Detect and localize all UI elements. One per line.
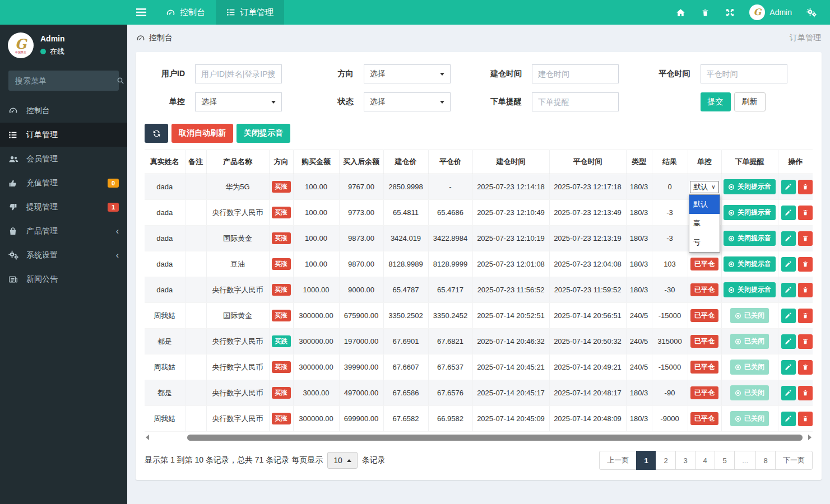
cell-close-time: 2025-07-14 20:48:09 [549, 406, 626, 432]
open-time-input[interactable] [532, 64, 619, 83]
tab-orders[interactable]: 订单管理 [216, 0, 284, 25]
delete-button[interactable] [798, 283, 813, 297]
status-select[interactable]: 选择 [364, 92, 451, 111]
refresh-button[interactable]: 刷新 [734, 92, 766, 111]
fullscreen-button[interactable] [719, 0, 740, 25]
delete-button[interactable] [798, 206, 813, 220]
cell-control: 已平仓 [688, 329, 721, 354]
column-header: 类型 [626, 150, 652, 174]
dropdown-option[interactable]: 默认 [689, 195, 720, 214]
cell-amount: 300000.00 [293, 329, 339, 354]
user-menu[interactable]: G Admin [744, 4, 797, 20]
control-select[interactable]: 默认∨ [690, 181, 718, 193]
page-button[interactable]: 上一页 [599, 451, 637, 470]
edit-button[interactable] [781, 334, 796, 349]
control-filter-select[interactable]: 选择 [195, 92, 282, 111]
delete-button[interactable] [798, 386, 813, 400]
reminder-toggle-button[interactable]: 已关闭 [730, 411, 769, 426]
submit-button[interactable]: 提交 [701, 92, 731, 111]
cancel-auto-refresh-button[interactable]: 取消自动刷新 [171, 124, 233, 143]
page-button[interactable]: 下一页 [775, 451, 813, 470]
reminder-toggle-button[interactable]: 关闭提示音 [724, 282, 776, 297]
logo-text: 中国黄金 [15, 51, 26, 54]
reminder-toggle-button[interactable]: 关闭提示音 [724, 179, 776, 194]
scrollbar-thumb[interactable] [187, 435, 803, 441]
edit-button[interactable] [781, 412, 796, 426]
cell-type: 180/3 [626, 380, 652, 406]
page-button[interactable]: 2 [656, 451, 676, 470]
reminder-toggle-button[interactable]: 已关闭 [730, 360, 769, 375]
sidebar-item-gears[interactable]: 系统设置‹ [0, 243, 127, 267]
page-button[interactable]: 3 [675, 451, 695, 470]
page-button[interactable]: 5 [715, 451, 735, 470]
reload-table-button[interactable] [145, 124, 168, 143]
page-button[interactable]: 1 [636, 451, 656, 470]
ring-icon [735, 338, 741, 345]
order-reminder-input[interactable] [532, 92, 619, 111]
sidebar-item-users[interactable]: 会员管理 [0, 147, 127, 171]
sidebar-item-list[interactable]: 订单管理 [0, 123, 127, 147]
cell-remark [185, 226, 206, 251]
delete-button[interactable] [798, 412, 813, 426]
column-header: 方向 [269, 150, 293, 174]
gears-icon [8, 250, 20, 260]
table-row: 都是央行数字人民币买跌300000.00197000.0067.690167.6… [145, 329, 813, 354]
cell-reminder: 已关闭 [721, 354, 778, 380]
reminder-toggle-button[interactable]: 关闭提示音 [724, 205, 776, 220]
page-button[interactable]: 4 [695, 451, 715, 470]
tab-console[interactable]: 控制台 [155, 0, 216, 25]
navbar-username: Admin [769, 8, 792, 17]
dropdown-option[interactable]: 亏 [689, 233, 720, 252]
edit-button[interactable] [781, 257, 796, 272]
cell-actions [778, 380, 813, 406]
clear-cache-button[interactable] [694, 0, 716, 25]
sidebar-item-bag[interactable]: 产品管理‹ [0, 219, 127, 243]
reminder-toggle-button[interactable]: 关闭提示音 [724, 231, 776, 246]
sidebar-toggle-button[interactable] [127, 0, 155, 25]
control-status-badge: 已平仓 [690, 412, 718, 425]
reminder-toggle-button[interactable]: 已关闭 [730, 385, 769, 400]
sidebar-item-thumb-down[interactable]: 提现管理1 [0, 195, 127, 219]
thumb-up-icon [8, 179, 20, 188]
page-button[interactable]: 8 [755, 451, 776, 470]
reminder-toggle-button[interactable]: 关闭提示音 [724, 256, 776, 272]
delete-button[interactable] [798, 309, 813, 323]
cell-product: 央行数字人民币 [206, 329, 269, 354]
edit-button[interactable] [781, 386, 796, 400]
cell-close-time: 2025-07-23 11:59:52 [549, 277, 626, 303]
per-page-select[interactable]: 10 [327, 452, 358, 469]
delete-button[interactable] [798, 360, 813, 375]
close-time-input[interactable] [701, 64, 787, 83]
cell-open-price: 3350.2502 [383, 303, 428, 329]
edit-button[interactable] [781, 180, 796, 194]
dropdown-option[interactable]: 赢 [689, 214, 720, 233]
edit-button[interactable] [781, 231, 796, 246]
scroll-right-arrow-icon[interactable] [808, 435, 812, 440]
edit-button[interactable] [781, 309, 796, 323]
close-sound-button[interactable]: 关闭提示音 [237, 124, 290, 143]
sidebar-search-input[interactable] [15, 76, 117, 85]
column-header: 平仓时间 [549, 150, 626, 174]
sidebar-item-thumb-up[interactable]: 充值管理0 [0, 171, 127, 195]
edit-button[interactable] [781, 283, 796, 297]
settings-button[interactable] [801, 0, 822, 25]
delete-button[interactable] [798, 231, 813, 246]
delete-button[interactable] [798, 257, 813, 272]
cell-amount: 100.00 [293, 200, 339, 226]
reminder-toggle-button[interactable]: 已关闭 [730, 308, 769, 323]
search-icon[interactable] [117, 77, 124, 85]
scroll-left-arrow-icon[interactable] [146, 435, 149, 440]
dashboard-icon [166, 8, 175, 17]
edit-button[interactable] [781, 206, 796, 220]
delete-button[interactable] [798, 334, 813, 349]
sidebar-item-newspaper[interactable]: 新闻公告 [0, 267, 127, 291]
direction-select[interactable]: 选择 [364, 64, 451, 83]
home-button[interactable] [670, 0, 691, 25]
thumb-down-icon [8, 203, 20, 212]
sidebar-item-dashboard[interactable]: 控制台 [0, 99, 127, 123]
userid-search-input[interactable] [195, 64, 282, 83]
edit-button[interactable] [781, 360, 796, 375]
delete-button[interactable] [798, 180, 813, 194]
ring-icon [735, 364, 741, 371]
reminder-toggle-button[interactable]: 已关闭 [730, 334, 769, 349]
